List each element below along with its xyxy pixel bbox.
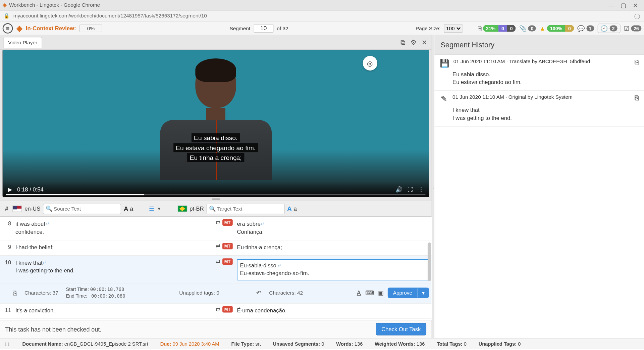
unapplied-tags: Unapplied tags: 0	[179, 290, 219, 296]
video-progress[interactable]	[6, 194, 426, 195]
window-minimize-button[interactable]: —	[605, 2, 618, 8]
video-time: 0:18 / 0:54	[17, 186, 44, 192]
segment-history-panel: Segment History 💾 01 Jun 2020 11:10 AM ·…	[434, 35, 644, 338]
source-search[interactable]: 🔍	[43, 204, 121, 214]
page-info-icon[interactable]: ⓘ	[634, 13, 640, 20]
column-hash: #	[3, 206, 10, 212]
more-button[interactable]: ⋮	[418, 186, 424, 192]
play-button[interactable]: ▶	[8, 186, 12, 192]
video-player-tab[interactable]: Video Player	[3, 37, 42, 48]
stat-attachments[interactable]: 📎 0	[519, 25, 536, 32]
mt-badge: MT	[222, 219, 232, 226]
segment-number: 12	[0, 319, 13, 320]
segment-detail-bar: ⎘ Characters: 37 Start Time: 00:00:18,76…	[0, 284, 431, 304]
source-search-input[interactable]	[43, 204, 121, 214]
source-case-toggle[interactable]: A a	[124, 205, 133, 213]
approve-button[interactable]: Approve ▼	[388, 288, 429, 298]
stats-icon[interactable]: ⫾⫾	[4, 340, 10, 347]
mt-badge: MT	[222, 258, 232, 265]
video-subtitles: Eu sabia disso. Eu estava chegando ao fi…	[173, 133, 258, 163]
copy-icon[interactable]: ⎘	[635, 94, 639, 102]
comment-icon: 💬	[577, 25, 585, 32]
status-bar: ⫾⫾ Document Name: enGB_GDCL-9495_Episode…	[0, 338, 644, 349]
align-icon[interactable]: ⇄	[216, 306, 220, 313]
url-text: myaccount.lingotek.com/workbench/documen…	[13, 13, 207, 19]
page-size-select[interactable]: 100	[444, 24, 463, 33]
horizontal-splitter[interactable]: ══	[0, 197, 431, 201]
tgt-char-count: Characters: 42	[269, 290, 303, 296]
search-icon: 🔍	[46, 205, 52, 212]
cube-icon: ⎘	[478, 25, 481, 32]
segment-row[interactable]: 12 I'll·leave·you↵with·the·Nike·coach. ⇄…	[0, 319, 431, 320]
page-size-label: Page Size:	[416, 25, 440, 31]
segment-source: I·knew·that↵I·was·getting·to·the·end.	[13, 256, 200, 284]
segment-label: Segment	[230, 25, 250, 31]
history-item[interactable]: ✎ 01 Jun 2020 11:10 AM · Original by Lin…	[434, 91, 644, 127]
history-item[interactable]: 💾 01 Jun 2020 11:10 AM · Translate by AB…	[434, 55, 644, 91]
target-case-toggle[interactable]: A a	[287, 205, 297, 213]
address-bar[interactable]: 🔒 myaccount.lingotek.com/workbench/docum…	[0, 10, 644, 21]
fullscreen-button[interactable]: ⛶	[408, 186, 413, 192]
align-icon[interactable]: ⇄	[216, 219, 220, 226]
search-icon: 🔍	[209, 205, 216, 212]
align-icon[interactable]: ⇄	[216, 243, 220, 249]
app-toolbar: ≡ ◈ In-Context Review: 0% Segment of 32 …	[0, 21, 644, 35]
stat-checks[interactable]: ☑ 26	[624, 25, 642, 32]
locate-segment-button[interactable]: ◎	[363, 56, 378, 71]
source-lang: en-US	[24, 206, 40, 212]
segment-tool-icon[interactable]: ▣	[378, 290, 384, 296]
close-icon[interactable]: ✕	[421, 38, 428, 46]
history-body: Eu sabia disso. Eu estava chegando ao fi…	[452, 71, 639, 86]
attachment-icon: 📎	[519, 25, 527, 32]
stat-warnings[interactable]: ▲ 100%0	[539, 25, 574, 32]
target-search[interactable]: 🔍	[206, 204, 284, 214]
stat-completion[interactable]: ⎘ 21%00	[478, 25, 516, 32]
filter-icon[interactable]: ☰	[149, 205, 155, 212]
filter-dropdown-icon[interactable]: ▼	[157, 206, 161, 211]
segment-row[interactable]: 9 I·had·the·belief; ⇄MT Eu·tinha·a·crenç…	[0, 240, 431, 256]
menu-button[interactable]: ≡	[3, 23, 13, 33]
video-area: ◎ Eu sabia disso. Eu estava chegando ao …	[0, 50, 431, 197]
window-close-button[interactable]: ✕	[629, 2, 641, 8]
undo-button[interactable]: ↶	[256, 290, 261, 296]
review-label: In-Context Review:	[26, 25, 76, 31]
volume-button[interactable]: 🔊	[395, 186, 402, 192]
format-icon[interactable]: A	[357, 290, 361, 296]
segment-row[interactable]: 11 It's·a·conviction. ⇄MT É·uma·condenaç…	[0, 304, 431, 319]
segment-target[interactable]: É·uma·condenação.	[234, 304, 432, 319]
copy-icon[interactable]: ⎘	[635, 58, 639, 66]
warning-icon: ▲	[539, 25, 545, 32]
history-meta: 01 Jun 2020 11:10 AM · Translate by ABCD…	[453, 58, 630, 64]
segment-number: 11	[0, 304, 13, 319]
segment-number-input[interactable]	[254, 24, 273, 33]
editor-header: # en-US 🔍 A a ☰ ▼ pt-BR	[0, 201, 431, 217]
target-editor[interactable]: Eu·sabia·disso.↵Eu·estava·chegando·ao·fi…	[237, 259, 429, 280]
segment-target[interactable]: era·sobre↵Confiança.	[234, 217, 432, 240]
scrollbar-thumb[interactable]	[428, 243, 431, 281]
target-search-input[interactable]	[206, 204, 284, 214]
segment-target[interactable]: Eu·tinha·a·crença;	[234, 240, 432, 255]
history-meta: 01 Jun 2020 11:10 AM · Original by Lingo…	[452, 94, 630, 100]
popout-icon[interactable]: ⧉	[400, 39, 406, 46]
subtitle-line: Eu tinha a crença;	[187, 153, 244, 162]
keyboard-icon[interactable]: ⌨	[365, 290, 374, 296]
gear-icon[interactable]: ⚙	[410, 38, 417, 46]
brand-icon: ◈	[16, 24, 22, 33]
stat-history[interactable]: 🕘 2	[597, 24, 620, 33]
approve-dropdown[interactable]: ▼	[417, 289, 429, 298]
segment-source: I'll·leave·you↵with·the·Nike·coach.	[13, 319, 200, 320]
copy-icon[interactable]: ⎘	[13, 289, 17, 297]
segment-target-active[interactable]: Eu·sabia·disso.↵Eu·estava·chegando·ao·fi…	[234, 256, 432, 284]
segment-target[interactable]: Eu·vou·deixá-lo↵com·o·treinador·da·Nike.	[234, 319, 432, 320]
stat-comments[interactable]: 💬 1	[577, 25, 594, 32]
segment-number: 8	[0, 217, 13, 240]
checkout-bar: This task has not been checked out. Chec…	[0, 320, 431, 338]
check-out-task-button[interactable]: Check Out Task	[376, 323, 426, 335]
vertical-splitter[interactable]: ⋮	[432, 35, 435, 338]
window-maximize-button[interactable]: ▢	[618, 2, 630, 8]
segment-row-active[interactable]: 10 I·knew·that↵I·was·getting·to·the·end.…	[0, 256, 431, 284]
align-icon[interactable]: ⇄	[216, 258, 220, 265]
segment-number: 9	[0, 240, 13, 255]
segment-row[interactable]: 8 it·was·about↵confidence. ⇄MT era·sobre…	[0, 217, 431, 240]
lock-icon: 🔒	[3, 13, 10, 19]
